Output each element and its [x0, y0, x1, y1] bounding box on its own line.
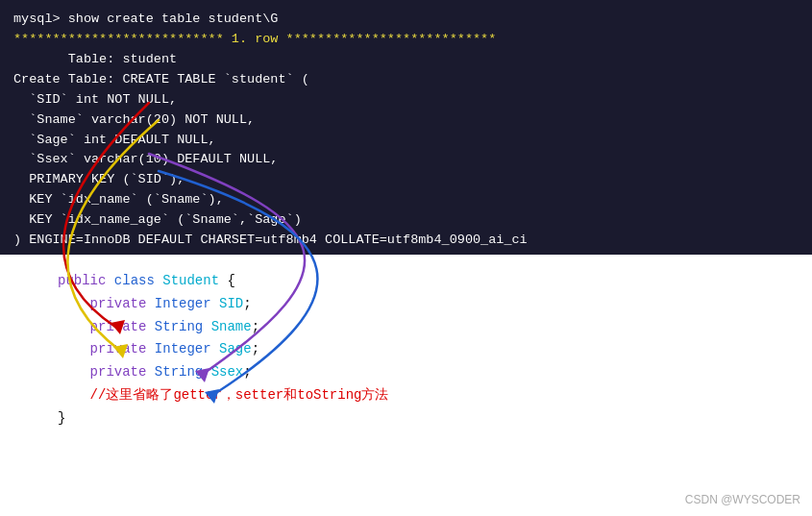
terminal-block: mysql> show create table student\G *****…: [0, 0, 812, 262]
java-type-integer-2: Integer: [155, 341, 211, 356]
terminal-line-9: PRIMARY KEY (`SID`),: [13, 172, 185, 186]
java-comment: //这里省略了getter，setter和toString方法: [90, 387, 389, 403]
terminal-line-10: KEY `idx_name` (`Sname`),: [13, 192, 224, 207]
java-closing-brace: }: [58, 410, 65, 426]
terminal-line-1: mysql> show create table student\G: [13, 12, 278, 26]
java-content: public class Student { private Integer S…: [58, 270, 799, 430]
java-keyword-public: public: [58, 273, 106, 288]
watermark: CSDN @WYSCODER: [685, 493, 800, 506]
java-field-sname: Sname: [211, 319, 252, 334]
terminal-line-3: Table: student: [13, 52, 177, 66]
java-field-sid: SID: [219, 296, 243, 311]
java-code-block: public class Student { private Integer S…: [0, 255, 812, 440]
java-keyword-private-1: private: [90, 296, 147, 311]
java-field-ssex: Ssex: [211, 364, 244, 380]
terminal-content: mysql> show create table student\G *****…: [13, 10, 799, 251]
java-type-string-2: String: [155, 364, 203, 380]
java-keyword-private-4: private: [90, 364, 147, 380]
java-keyword-private-3: private: [90, 341, 147, 356]
terminal-line-8: `Ssex` varchar(10) DEFAULT NULL,: [13, 152, 278, 166]
terminal-line-11: KEY `idx_name_age` (`Sname`,`Sage`): [13, 212, 302, 227]
terminal-line-4: Create Table: CREATE TABLE `student` (: [13, 72, 309, 86]
terminal-line-7: `Sage` int DEFAULT NULL,: [13, 133, 216, 147]
terminal-line-12: ) ENGINE=InnoDB DEFAULT CHARSET=utf8mb4 …: [13, 233, 528, 247]
terminal-line-5: `SID` int NOT NULL,: [13, 92, 177, 107]
java-field-sage: Sage: [219, 341, 252, 356]
java-type-string-1: String: [155, 319, 203, 334]
java-keyword-class: class: [114, 273, 155, 288]
terminal-line-2: *************************** 1. row *****…: [13, 32, 496, 46]
java-type-integer-1: Integer: [155, 296, 211, 311]
java-classname: Student: [162, 273, 219, 288]
terminal-line-6: `Sname` varchar(20) NOT NULL,: [13, 112, 255, 127]
java-keyword-private-2: private: [90, 319, 147, 334]
